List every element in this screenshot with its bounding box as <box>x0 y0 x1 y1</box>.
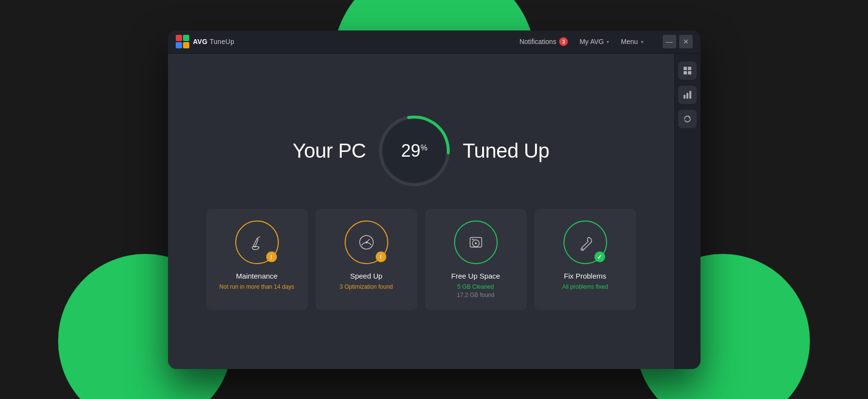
freespace-disk-icon <box>465 232 487 253</box>
notifications-badge: 3 <box>559 37 568 46</box>
cards-row: ! Maintenance Not run in more than 14 da… <box>206 209 636 310</box>
laptop-frame: AVG TuneUp Notifications 3 My AVG ▾ Menu… <box>168 30 700 369</box>
logo-tuneup-text: TuneUp <box>210 38 234 45</box>
svg-rect-2 <box>176 42 182 48</box>
speedup-card-status: 3 Optimization found <box>339 283 393 291</box>
fixproblems-success-badge: ✓ <box>594 251 605 262</box>
maintenance-broom-icon <box>246 232 268 253</box>
svg-rect-1 <box>183 35 189 41</box>
app-body: Your PC 29% Tuned Up <box>168 54 700 369</box>
titlebar: AVG TuneUp Notifications 3 My AVG ▾ Menu… <box>168 30 700 54</box>
maintenance-warning-badge: ! <box>266 251 277 262</box>
menu-chevron-icon: ▾ <box>641 39 643 44</box>
svg-rect-16 <box>688 71 691 74</box>
speedup-card[interactable]: ! Speed Up 3 Optimization found <box>316 209 417 310</box>
svg-rect-14 <box>688 67 691 70</box>
svg-point-12 <box>582 249 583 250</box>
freespace-found: 17.2 GB found <box>457 291 494 299</box>
percent-display: 29% <box>401 141 427 161</box>
close-button[interactable]: ✕ <box>679 35 693 48</box>
fixproblems-wrench-icon <box>575 232 596 253</box>
titlebar-nav: Notifications 3 My AVG ▾ Menu ▾ — ✕ <box>519 35 693 48</box>
maintenance-card-status: Not run in more than 14 days <box>219 283 294 291</box>
freespace-card-status: 5 GB Cleaned 17.2 GB found <box>457 283 494 299</box>
freespace-card-title: Free Up Space <box>451 272 500 280</box>
svg-rect-13 <box>684 67 687 70</box>
menu-label: Menu <box>621 38 638 45</box>
sidebar-grid-icon[interactable] <box>678 61 697 80</box>
menu-button[interactable]: Menu ▾ <box>621 38 643 45</box>
scene: AVG TuneUp Notifications 3 My AVG ▾ Menu… <box>0 0 868 399</box>
logo-avg-text: AVG <box>193 38 208 45</box>
svg-rect-18 <box>686 93 688 99</box>
hero-section: Your PC 29% Tuned Up <box>292 112 549 190</box>
hero-right-text: Tuned Up <box>463 139 549 163</box>
maintenance-icon-wrap: ! <box>235 221 279 264</box>
sidebar-chart-icon[interactable] <box>678 86 697 104</box>
avg-logo-icon <box>176 35 189 48</box>
speedup-warning-badge: ! <box>376 251 386 262</box>
svg-rect-19 <box>689 91 691 99</box>
window-controls: — ✕ <box>663 35 693 48</box>
svg-rect-0 <box>176 35 182 41</box>
freespace-cleaned: 5 GB Cleaned <box>457 283 494 291</box>
my-avg-label: My AVG <box>579 38 604 45</box>
fixproblems-card[interactable]: ✓ Fix Problems All problems fixed <box>534 209 636 310</box>
fixproblems-icon-wrap: ✓ <box>563 221 607 264</box>
notifications-button[interactable]: Notifications 3 <box>519 37 568 46</box>
svg-line-4 <box>257 236 260 238</box>
speedup-gauge-icon <box>356 232 377 253</box>
progress-circle: 29% <box>376 112 453 190</box>
maintenance-card[interactable]: ! Maintenance Not run in more than 14 da… <box>206 209 308 310</box>
maintenance-card-title: Maintenance <box>236 272 278 280</box>
hero-left-text: Your PC <box>292 139 365 163</box>
sidebar-right <box>674 54 700 369</box>
minimize-button[interactable]: — <box>663 35 676 48</box>
svg-point-10 <box>475 242 477 244</box>
freespace-card[interactable]: Free Up Space 5 GB Cleaned 17.2 GB found <box>425 209 527 310</box>
my-avg-button[interactable]: My AVG ▾ <box>579 38 609 45</box>
notifications-label: Notifications <box>519 38 556 45</box>
fixproblems-card-status: All problems fixed <box>562 283 608 291</box>
speedup-icon-wrap: ! <box>345 221 388 264</box>
svg-point-7 <box>365 241 367 243</box>
main-content: Your PC 29% Tuned Up <box>168 54 674 369</box>
my-avg-chevron-icon: ▾ <box>607 39 609 44</box>
svg-rect-15 <box>684 71 687 74</box>
sidebar-refresh-icon[interactable] <box>678 110 697 128</box>
fixproblems-card-title: Fix Problems <box>564 272 607 280</box>
circle-inner: 29% <box>383 119 446 182</box>
app-logo: AVG TuneUp <box>176 35 235 48</box>
freespace-icon-wrap <box>454 221 498 264</box>
svg-rect-3 <box>183 42 189 48</box>
svg-rect-17 <box>684 95 685 99</box>
speedup-card-title: Speed Up <box>350 272 382 280</box>
